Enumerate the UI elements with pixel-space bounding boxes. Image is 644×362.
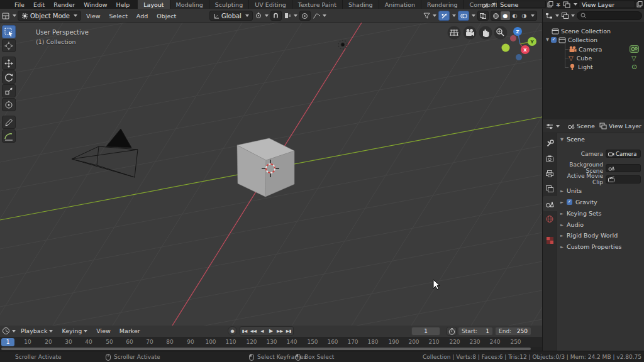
section-rigid-body-world[interactable]: ►Rigid Body World (560, 232, 618, 239)
menu-marker[interactable]: Marker (116, 327, 144, 334)
menu-edit[interactable]: Edit (29, 1, 49, 8)
editor-type-button[interactable] (1, 12, 16, 20)
background-scene-selector[interactable] (606, 164, 641, 172)
pivot-point-dropdown[interactable] (255, 12, 269, 20)
tab-texture-properties[interactable] (543, 233, 557, 248)
tool-move[interactable] (2, 57, 16, 70)
xray-toggle[interactable] (477, 11, 489, 21)
zoom-button[interactable] (494, 26, 508, 40)
viewport-canvas[interactable]: Z Y X (0, 23, 542, 326)
movie-clip-selector[interactable] (606, 175, 641, 184)
menu-help[interactable]: Help (112, 1, 135, 8)
scene-panel-header[interactable]: ▼ Scene (560, 136, 644, 143)
collection-checkbox[interactable]: ✓ (551, 37, 557, 43)
snap-toggle[interactable] (270, 11, 282, 21)
tab-output-properties[interactable] (543, 166, 557, 181)
frame-start-field[interactable]: Start:1 (458, 327, 493, 336)
play-reverse-button[interactable]: ◀ (258, 329, 267, 334)
tab-rendering[interactable]: Rendering (421, 0, 464, 9)
section-keying-sets[interactable]: ►Keying Sets (560, 210, 601, 217)
jump-to-start-button[interactable]: ▮◀ (240, 329, 249, 334)
current-frame-field[interactable]: 1 (411, 327, 440, 336)
tool-select-box[interactable] (2, 25, 16, 38)
timeline-editor-type-button[interactable] (2, 327, 16, 335)
section-audio[interactable]: ►Audio (560, 221, 584, 228)
tool-scale[interactable] (2, 84, 16, 97)
3d-viewport[interactable]: Z Y X User Perspective (1) Collection (0, 23, 542, 326)
camera-data-icon[interactable] (630, 45, 639, 53)
menu-keying[interactable]: Keying (58, 327, 91, 334)
menu-select[interactable]: Select (106, 13, 131, 19)
pan-hand-button[interactable] (479, 26, 492, 40)
play-button[interactable]: ▶ (267, 328, 275, 334)
record-button[interactable]: ● (228, 326, 237, 336)
tab-texture-paint[interactable]: Texture Paint (292, 0, 343, 9)
light-object[interactable] (338, 40, 347, 49)
camera-id-selector[interactable]: Camera (606, 150, 641, 158)
ortho-grid-button[interactable] (448, 26, 461, 40)
view-layer-name-field[interactable]: View Layer (579, 1, 635, 8)
tab-modeling[interactable]: Modeling (170, 0, 209, 9)
tab-scene-properties[interactable] (543, 196, 557, 211)
shading-solid-button[interactable]: ● (501, 11, 510, 20)
proportional-editing-toggle[interactable] (299, 11, 311, 21)
scrollbar-thumb[interactable] (1, 348, 531, 350)
menu-window[interactable]: Window (79, 1, 111, 8)
menu-view[interactable]: View (82, 13, 104, 19)
camera-object[interactable] (72, 129, 138, 177)
new-scene-icon[interactable] (547, 1, 553, 8)
playhead[interactable]: 1 (1, 338, 14, 346)
gizmos-dropdown-chevron[interactable] (452, 14, 456, 17)
camera-view-button[interactable] (464, 26, 477, 40)
menu-render[interactable]: Render (49, 1, 79, 8)
menu-view[interactable]: View (92, 327, 114, 334)
overlays-dropdown-chevron[interactable] (472, 14, 475, 17)
breadcrumb-view-layer[interactable]: View Layer (609, 123, 641, 129)
jump-to-end-button[interactable]: ▶▮ (284, 329, 293, 334)
tab-view-layer-properties[interactable] (543, 181, 557, 196)
outliner-row-cube[interactable]: ▽ Cube ▽ (569, 53, 643, 62)
tab-animation[interactable]: Animation (379, 0, 421, 9)
snap-target-dropdown[interactable] (284, 12, 297, 19)
tab-tool-properties[interactable] (543, 136, 557, 151)
mode-dropdown[interactable]: Object Mode (18, 11, 81, 21)
properties-editor-type-button[interactable] (545, 123, 560, 130)
shading-dropdown-chevron[interactable] (531, 14, 535, 17)
tab-sculpting[interactable]: Sculpting (209, 0, 249, 9)
section-gravity[interactable]: ►✓Gravity (560, 199, 597, 206)
transform-orientation-dropdown[interactable]: Global (209, 11, 253, 21)
scene-name-field[interactable]: Scene (497, 1, 546, 8)
outliner-filter-dropdown[interactable] (561, 12, 575, 19)
tab-render-properties[interactable] (543, 151, 557, 166)
outliner-display-mode-dropdown[interactable] (545, 12, 559, 19)
breadcrumb-scene[interactable]: Scene (577, 123, 595, 129)
tab-shading[interactable]: Shading (343, 0, 379, 9)
next-keyframe-button[interactable]: ▶▶ (275, 329, 284, 334)
shading-wireframe-button[interactable] (491, 11, 501, 20)
tool-annotate[interactable] (2, 116, 16, 129)
mesh-data-icon[interactable]: ▽ (631, 55, 636, 62)
outliner-row-light[interactable]: Light ⊙ (569, 62, 643, 71)
menu-playback[interactable]: Playback (17, 327, 57, 334)
outliner-row-collection[interactable]: ▼ ✓ Collection (546, 35, 597, 44)
outliner-row-scene-collection[interactable]: Scene Collection (552, 26, 611, 35)
view-layer-selector-chevron[interactable] (574, 3, 577, 6)
section-units[interactable]: ►Units (560, 187, 582, 194)
tool-rotate[interactable] (2, 70, 16, 84)
menu-add[interactable]: Add (133, 13, 152, 19)
tool-transform[interactable] (2, 98, 16, 111)
light-data-icon[interactable]: ⊙ (631, 63, 637, 71)
menu-object[interactable]: Object (153, 13, 180, 19)
shading-material-button[interactable]: ◐ (510, 11, 519, 20)
falloff-dropdown[interactable] (313, 13, 326, 19)
frame-end-field[interactable]: End:250 (495, 327, 531, 336)
timeline-ruler[interactable]: 1 10 20 30 40 50 60 70 80 90 100 110 120… (0, 337, 542, 347)
tool-measure[interactable] (2, 129, 16, 143)
tab-layout[interactable]: Layout (138, 0, 170, 9)
outliner-row-camera[interactable]: Camera (569, 45, 643, 53)
menu-file[interactable]: File (10, 1, 29, 8)
tab-uv-editing[interactable]: UV Editing (249, 0, 292, 9)
scene-selector-chevron[interactable] (492, 3, 496, 6)
visibility-filter-dropdown[interactable] (423, 12, 436, 19)
use-preview-range-button[interactable] (447, 327, 457, 336)
